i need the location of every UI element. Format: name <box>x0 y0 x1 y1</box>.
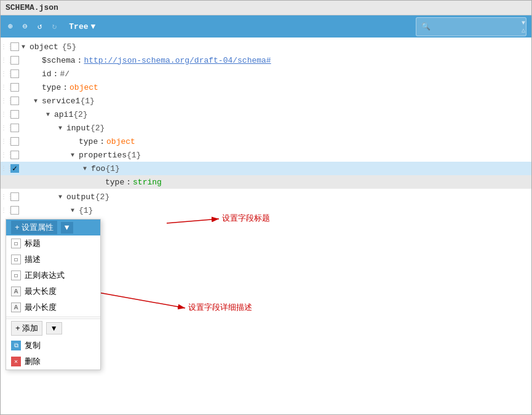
row-checkbox[interactable] <box>10 110 19 119</box>
undo-button[interactable]: ↺ <box>35 20 45 33</box>
search-options-icon[interactable]: ▼ △ <box>522 20 525 34</box>
menu-item-regex[interactable]: ☐ 正则表达式 <box>6 267 100 283</box>
tree-dropdown-arrow: ▼ <box>91 22 96 31</box>
main-window: SCHEMA.json ⊕ ⊖ ↺ ↻ Tree ▼ 🔍 ▼ △ ⋮⋮ <box>0 0 532 415</box>
brace-count: {1} <box>127 151 141 160</box>
colon: : <box>54 69 58 79</box>
drag-handle: ⋮⋮ <box>1 138 9 145</box>
row-checkbox[interactable] <box>10 124 19 132</box>
tree-row[interactable]: ⋮⋮ ▼ input {2} <box>1 121 531 135</box>
row-key: type <box>42 83 61 92</box>
drag-handle: ⋮⋮ <box>1 97 9 105</box>
row-checkbox[interactable] <box>10 206 19 215</box>
row-key: foo <box>91 164 105 173</box>
tree-row[interactable]: ⋮⋮ ▼ object {5} <box>1 40 531 53</box>
title-checkbox-icon: ☐ <box>11 239 21 248</box>
row-checkbox[interactable] <box>10 97 19 105</box>
row-value: object <box>106 137 135 146</box>
brace-count: {1} <box>80 97 94 106</box>
properties-dropdown-button[interactable]: ▼ <box>61 222 73 234</box>
expand-icon[interactable]: ▼ <box>34 98 40 105</box>
row-key: type <box>105 178 124 187</box>
redo-icon: ↻ <box>52 22 57 31</box>
menu-item-description[interactable]: ☐ 描述 <box>6 251 100 267</box>
colon: : <box>100 137 105 146</box>
plus-icon: + <box>15 223 20 232</box>
delete-icon: ✕ <box>11 357 21 366</box>
tree-row[interactable]: ⋮⋮ ▼ {1} <box>1 204 531 217</box>
brace-count: {2} <box>90 124 105 133</box>
tree-row[interactable]: ⋮⋮ ▼ service1 {1} <box>1 94 531 108</box>
toolbar: ⊕ ⊖ ↺ ↻ Tree ▼ 🔍 ▼ △ <box>1 15 531 38</box>
menu-header: + 设置属性 ▼ <box>6 219 100 235</box>
window-title: SCHEMA.json <box>6 3 58 12</box>
menu-item-title[interactable]: ☐ 标题 <box>6 235 100 251</box>
row-key: object <box>30 42 58 52</box>
drag-handle: ⋮⋮ <box>1 43 9 50</box>
row-key: $schema <box>42 56 76 65</box>
row-value: #/ <box>60 69 69 79</box>
menu-item-max-length[interactable]: A 最大长度 <box>6 283 100 299</box>
tree-row[interactable]: ⋮⋮ type : object <box>1 81 531 94</box>
menu-item-delete[interactable]: ✕ 删除 <box>6 354 100 370</box>
tree-row[interactable]: ⋮⋮ type : object <box>1 135 531 148</box>
row-key: output <box>66 192 95 202</box>
view-mode-label[interactable]: Tree ▼ <box>69 22 95 31</box>
undo-icon: ↺ <box>38 22 42 31</box>
expand-icon[interactable]: ▼ <box>71 207 77 214</box>
colon: : <box>77 56 82 65</box>
tree-row[interactable]: ⋮⋮ ✓ ▼ foo {1} <box>1 162 531 175</box>
row-checkbox[interactable] <box>10 69 19 78</box>
menu-item-copy[interactable]: ⧉ 复制 <box>6 338 100 354</box>
tree-row[interactable]: ⋮⋮ ▼ properties {1} <box>1 148 531 162</box>
tree-row[interactable]: ⋮⋮ ▼ api1 {2} <box>1 108 531 121</box>
search-input[interactable] <box>433 22 519 31</box>
brace-count: {1} <box>105 164 119 173</box>
regex-label: 正则表达式 <box>25 270 65 281</box>
row-key: type <box>79 137 98 146</box>
drag-handle: ⋮⋮ <box>1 111 9 118</box>
svg-line-1 <box>167 219 219 223</box>
row-checkbox[interactable] <box>10 192 19 201</box>
expand-icon[interactable]: ▼ <box>83 165 89 172</box>
context-menu: + 设置属性 ▼ ☐ 标题 ☐ 描述 ☐ <box>6 219 101 370</box>
tree-panel: ⋮⋮ ▼ object {5} ⋮⋮ $schema : http://json… <box>1 38 531 414</box>
search-box: 🔍 ▼ △ <box>416 17 526 36</box>
expand-icon[interactable]: ▼ <box>58 125 65 132</box>
tree-row[interactable]: type : string <box>1 175 531 189</box>
expand-icon[interactable]: ▼ <box>71 152 77 159</box>
row-checkbox[interactable]: ✓ <box>10 164 19 173</box>
redo-button[interactable]: ↻ <box>49 20 59 33</box>
row-checkbox[interactable] <box>10 83 19 92</box>
row-checkbox[interactable] <box>10 137 19 146</box>
tree-row[interactable]: ⋮⋮ id : #/ <box>1 67 531 81</box>
add-dropdown-button[interactable]: ▼ <box>46 322 62 334</box>
drag-handle: ⋮⋮ <box>1 57 9 64</box>
menu-item-min-length[interactable]: A 最小长度 <box>6 299 100 315</box>
expand-all-button[interactable]: ⊕ <box>6 20 15 33</box>
drag-handle: ⋮⋮ <box>1 193 9 200</box>
add-button[interactable]: + 添加 <box>11 321 42 336</box>
row-value: string <box>133 178 162 187</box>
regex-checkbox-icon: ☐ <box>11 271 21 280</box>
schema-link[interactable]: http://json-schema.org/draft-04/schema# <box>84 56 271 65</box>
row-checkbox[interactable] <box>10 56 19 65</box>
copy-label: 复制 <box>25 340 41 351</box>
menu-bottom: + 添加 ▼ <box>6 318 100 338</box>
min-length-label: 最小长度 <box>25 302 57 313</box>
expand-icon[interactable]: ▼ <box>22 44 28 50</box>
collapse-all-button[interactable]: ⊖ <box>20 20 30 33</box>
brace-count: {2} <box>95 192 109 202</box>
tree-row[interactable]: ⋮⋮ $schema : http://json-schema.org/draf… <box>1 53 531 67</box>
row-checkbox[interactable] <box>10 151 19 159</box>
svg-text:设置字段详细描述: 设置字段详细描述 <box>188 302 252 312</box>
menu-separator <box>6 317 100 317</box>
expand-icon[interactable]: ▼ <box>58 194 65 200</box>
set-properties-button[interactable]: + 设置属性 <box>11 221 57 234</box>
expand-icon[interactable]: ▼ <box>46 111 52 118</box>
row-key: api1 <box>54 110 73 119</box>
row-checkbox[interactable] <box>10 42 19 51</box>
search-icon: 🔍 <box>421 22 431 31</box>
copy-icon: ⧉ <box>11 341 21 350</box>
tree-row[interactable]: ⋮⋮ ▼ output {2} <box>1 190 531 204</box>
